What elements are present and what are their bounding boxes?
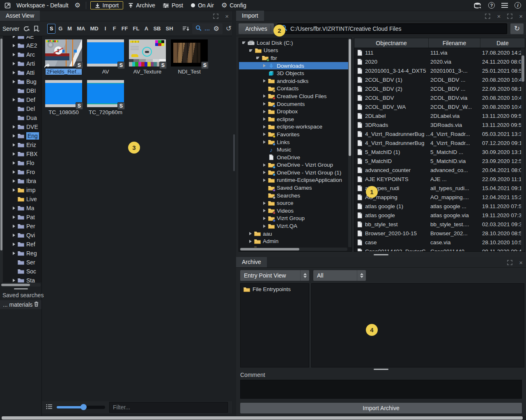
directory-tree-item-onedrive[interactable]: OneDrive	[239, 154, 351, 161]
archives-dropdown-button[interactable]: Archives	[239, 23, 274, 34]
window-hscrollbar[interactable]	[0, 416, 526, 420]
server-tree-item[interactable]: Del	[3, 104, 41, 113]
expand-arrow-icon[interactable]	[13, 134, 15, 138]
horizontal-splitter[interactable]	[236, 252, 526, 257]
import-close-icon[interactable]: ×	[497, 13, 501, 19]
server-tree-item[interactable]: Eriz	[3, 140, 41, 149]
file-entrypoints-item[interactable]: File Entrypoints	[243, 286, 306, 292]
expand-arrow-icon[interactable]	[13, 152, 15, 156]
expand-arrow-icon[interactable]	[249, 49, 253, 52]
file-row[interactable]: 111111.via17.08.2020 14:26	[354, 48, 525, 57]
directory-tree-item-downloads[interactable]: Downloads	[239, 62, 351, 70]
directory-tree-item-source[interactable]: source	[239, 199, 351, 207]
expand-arrow-icon[interactable]	[13, 161, 15, 165]
server-tree-item[interactable]: Sta	[3, 276, 41, 282]
expand-arrow-icon[interactable]	[13, 143, 15, 147]
thumbnail-size-slider[interactable]	[57, 406, 105, 409]
asset-type-button-m[interactable]: M	[65, 24, 74, 34]
file-row[interactable]: 2COL_BDV (1)2COL_BDV ...20.08.2020 10:44	[354, 75, 525, 84]
info-icon[interactable]: i	[515, 2, 521, 9]
expand-arrow-icon[interactable]	[13, 36, 15, 38]
file-row[interactable]: atlas googleatlas google.via19.11.2020 0…	[354, 211, 525, 220]
scrollbar-thumb[interactable]	[521, 55, 524, 82]
server-tree-item[interactable]: Flo	[3, 158, 41, 168]
expand-arrow-icon[interactable]	[263, 171, 266, 174]
entry-point-view-dropdown[interactable]: Entry Point View	[240, 270, 309, 281]
server-tree-item[interactable]: Ref	[3, 240, 41, 249]
server-tree-item[interactable]: Ibra	[3, 177, 41, 186]
search-icon[interactable]	[195, 25, 202, 32]
server-tree-item[interactable]: DBI	[3, 86, 41, 95]
expand-arrow-icon[interactable]	[249, 240, 252, 243]
asset-type-button-md[interactable]: MD	[88, 24, 100, 34]
workspace-gear-icon[interactable]: ⚙	[74, 1, 82, 10]
asset-type-button-i[interactable]: I	[101, 24, 110, 34]
expand-arrow-icon[interactable]	[13, 98, 15, 101]
asset-type-button-s[interactable]: S	[47, 24, 55, 34]
server-tree-item[interactable]: Pat	[3, 213, 41, 222]
directory-tree-item-vizrt-group[interactable]: Vizrt Group	[239, 215, 351, 223]
directory-tree-item-onedrive-vizrt-group[interactable]: OneDrive - Vizrt Group	[239, 161, 351, 169]
expand-arrow-icon[interactable]	[13, 170, 15, 174]
directory-tree-item-runtime-eclipseapplication[interactable]: runtime-EclipseApplication	[239, 177, 351, 184]
directory-tree-item-links[interactable]: Links	[239, 138, 351, 146]
comment-textarea[interactable]	[240, 380, 522, 399]
import-mode-button[interactable]: Import	[90, 1, 124, 9]
expand-arrow-icon[interactable]	[13, 234, 15, 237]
expand-arrow-icon[interactable]	[13, 243, 15, 246]
expand-arrow-icon[interactable]	[263, 209, 266, 212]
expand-arrow-icon[interactable]	[263, 94, 266, 98]
file-row[interactable]: 5_MatchID5_MatchID.via23.09.2020 12:59	[354, 156, 525, 165]
asset-type-button-f[interactable]: F	[110, 24, 119, 34]
server-tree-item[interactable]: Ser	[3, 258, 41, 267]
file-row[interactable]: 2COL_BDV2COL_BDV.via20.08.2020 10:44	[354, 93, 525, 102]
server-tree-item[interactable]: Ma	[3, 204, 41, 213]
entrypoint-content-pane[interactable]	[311, 283, 524, 367]
workspace-label[interactable]: Workspace - Default	[14, 2, 71, 9]
tab-asset-view[interactable]: Asset View	[0, 11, 40, 21]
asset-type-button-sb[interactable]: SB	[151, 24, 163, 34]
expand-arrow-icon[interactable]	[13, 188, 15, 192]
splitter-handle[interactable]	[233, 134, 235, 171]
expand-arrow-icon[interactable]	[263, 125, 266, 129]
server-tree-item[interactable]: FBX	[3, 149, 41, 158]
file-row[interactable]: casecase.via28.10.2020 10:55	[354, 238, 525, 247]
directory-tree-item-searches[interactable]: Searches	[239, 192, 351, 200]
tab-archive[interactable]: Archive	[236, 257, 267, 267]
directory-tree-item-admin[interactable]: Admin	[239, 237, 351, 245]
expand-arrow-icon[interactable]	[13, 207, 15, 210]
expand-arrow-icon[interactable]	[13, 62, 15, 65]
panel-splitter-handle[interactable]	[14, 288, 28, 289]
server-tree-item[interactable]: Def	[3, 95, 41, 104]
expand-arrow-icon[interactable]	[263, 133, 266, 136]
asset-type-button-ff[interactable]: FF	[119, 24, 130, 34]
scrollbar-thumb[interactable]	[349, 39, 351, 156]
server-tree-vscrollbar[interactable]	[0, 36, 3, 282]
server-tree-item[interactable]: Eng	[3, 131, 41, 140]
config-button[interactable]: ⚙ Config	[219, 2, 249, 9]
help-icon[interactable]: ?	[488, 2, 495, 9]
expand-arrow-icon[interactable]	[263, 163, 266, 167]
expand-arrow-icon[interactable]	[13, 125, 15, 129]
server-tree-item[interactable]: Dua	[3, 113, 41, 122]
expand-arrow-icon[interactable]	[13, 279, 15, 282]
import-path-field[interactable]: C:/Users/fbr.VIZRTINT/Creative Cloud Fil…	[277, 23, 507, 34]
server-tree-item[interactable]: Fro	[3, 168, 41, 177]
server-tree-item[interactable]: Soc	[3, 267, 41, 276]
expand-arrow-icon[interactable]	[13, 216, 15, 219]
server-tree-item[interactable]: Arti	[3, 59, 41, 68]
file-row[interactable]: 2COL_BDV_WA2COL_BDV_W...20.08.2020 10:43	[354, 102, 525, 111]
server-tree-hscrollbar[interactable]	[1, 283, 41, 287]
expand-arrow-icon[interactable]	[256, 57, 260, 59]
file-row[interactable]: all_types_rudiall_types_rudi...15.04.202…	[354, 184, 525, 193]
file-row[interactable]: Browser_2020-10-15Browser_202...28.10.20…	[354, 229, 525, 238]
thumbnail-tc-720p60m[interactable]: STC_720p60m	[86, 80, 125, 117]
scrollbar-thumb[interactable]	[240, 248, 299, 250]
file-row[interactable]: 3DRoads3DRoads.via13.11.2020 09:56	[354, 120, 525, 129]
directory-tree-item-dropbox[interactable]: Dropbox	[239, 108, 351, 115]
asset-type-button-g[interactable]: G	[56, 24, 64, 34]
column-header-objectname[interactable]: Objectname	[354, 38, 429, 48]
menu-icon[interactable]	[501, 3, 508, 8]
expand-arrow-icon[interactable]	[263, 102, 266, 106]
on-air-button[interactable]: On Air	[188, 2, 216, 9]
